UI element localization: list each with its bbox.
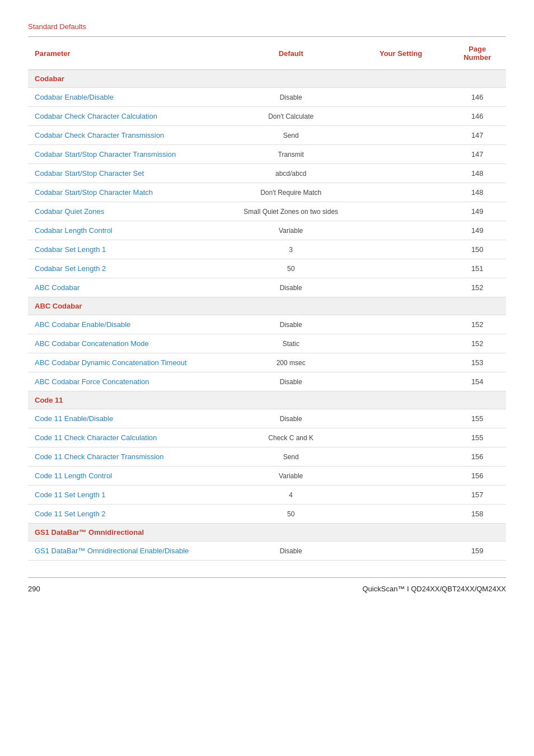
param-cell: ABC Codabar Force Concatenation — [28, 372, 229, 391]
page-cell: 152 — [449, 278, 507, 297]
table-row: Codabar Check Character TransmissionSend… — [28, 126, 506, 145]
table-row: Code 11 Set Length 14157 — [28, 486, 506, 505]
param-cell: Codabar Check Character Calculation — [28, 107, 229, 126]
page-cell: 146 — [449, 88, 507, 107]
table-row: Codabar Set Length 250151 — [28, 259, 506, 278]
param-cell: Codabar Quiet Zones — [28, 202, 229, 221]
setting-cell — [353, 259, 449, 278]
setting-cell — [353, 428, 449, 447]
page-cell: 156 — [449, 447, 507, 466]
setting-cell — [353, 409, 449, 428]
param-cell: Code 11 Length Control — [28, 466, 229, 486]
section-header-row: GS1 DataBar™ Omnidirectional — [28, 524, 506, 542]
section-header-label: Codabar — [28, 70, 506, 88]
default-cell: Don't Require Match — [229, 183, 353, 202]
default-cell: Static — [229, 334, 353, 353]
default-cell: Disable — [229, 542, 353, 561]
setting-cell — [353, 372, 449, 391]
footer-product-name: QuickScan™ I QD24XX/QBT24XX/QM24XX — [363, 585, 507, 593]
page-cell: 152 — [449, 315, 507, 334]
table-row: Code 11 Length ControlVariable156 — [28, 466, 506, 486]
setting-cell — [353, 145, 449, 164]
default-cell: Small Quiet Zones on two sides — [229, 202, 353, 221]
standard-defaults-link[interactable]: Standard Defaults — [28, 22, 506, 31]
default-cell: Disable — [229, 88, 353, 107]
section-header-label: Code 11 — [28, 391, 506, 409]
default-cell: 200 msec — [229, 353, 353, 372]
default-cell: 50 — [229, 259, 353, 278]
default-cell: 3 — [229, 240, 353, 259]
table-row: ABC Codabar Enable/DisableDisable152 — [28, 315, 506, 334]
table-row: Codabar Start/Stop Character MatchDon't … — [28, 183, 506, 202]
page-cell: 147 — [449, 126, 507, 145]
setting-cell — [353, 447, 449, 466]
col-header-page-number: Page Number — [449, 37, 507, 70]
param-cell: Codabar Length Control — [28, 221, 229, 240]
default-cell: Disable — [229, 372, 353, 391]
setting-cell — [353, 88, 449, 107]
param-cell: Codabar Enable/Disable — [28, 88, 229, 107]
setting-cell — [353, 240, 449, 259]
table-body: CodabarCodabar Enable/DisableDisable146C… — [28, 70, 506, 561]
setting-cell — [353, 126, 449, 145]
setting-cell — [353, 542, 449, 561]
table-row: Code 11 Enable/DisableDisable155 — [28, 409, 506, 428]
param-cell: Codabar Check Character Transmission — [28, 126, 229, 145]
page-cell: 154 — [449, 372, 507, 391]
default-cell: Send — [229, 126, 353, 145]
default-cell: abcd/abcd — [229, 164, 353, 183]
table-row: Codabar Start/Stop Character Setabcd/abc… — [28, 164, 506, 183]
page-cell: 148 — [449, 183, 507, 202]
table-row: Codabar Set Length 13150 — [28, 240, 506, 259]
section-header-label: GS1 DataBar™ Omnidirectional — [28, 524, 506, 542]
setting-cell — [353, 505, 449, 524]
setting-cell — [353, 107, 449, 126]
page-cell: 146 — [449, 107, 507, 126]
param-cell: Codabar Start/Stop Character Match — [28, 183, 229, 202]
page-cell: 159 — [449, 542, 507, 561]
param-cell: ABC Codabar Enable/Disable — [28, 315, 229, 334]
setting-cell — [353, 183, 449, 202]
table-row: ABC Codabar Concatenation ModeStatic152 — [28, 334, 506, 353]
page-cell: 148 — [449, 164, 507, 183]
setting-cell — [353, 278, 449, 297]
default-cell: Check C and K — [229, 428, 353, 447]
table-row: Codabar Enable/DisableDisable146 — [28, 88, 506, 107]
setting-cell — [353, 353, 449, 372]
col-header-parameter: Parameter — [28, 37, 229, 70]
param-cell: ABC Codabar — [28, 278, 229, 297]
section-header-row: Code 11 — [28, 391, 506, 409]
setting-cell — [353, 334, 449, 353]
param-cell: Code 11 Check Character Transmission — [28, 447, 229, 466]
page-cell: 155 — [449, 428, 507, 447]
table-row: Codabar Start/Stop Character Transmissio… — [28, 145, 506, 164]
table-row: Codabar Quiet ZonesSmall Quiet Zones on … — [28, 202, 506, 221]
table-row: GS1 DataBar™ Omnidirectional Enable/Disa… — [28, 542, 506, 561]
setting-cell — [353, 315, 449, 334]
param-cell: Code 11 Enable/Disable — [28, 409, 229, 428]
col-header-your-setting: Your Setting — [353, 37, 449, 70]
page-cell: 152 — [449, 334, 507, 353]
page-cell: 149 — [449, 202, 507, 221]
setting-cell — [353, 164, 449, 183]
default-cell: 4 — [229, 486, 353, 505]
page-cell: 156 — [449, 466, 507, 486]
footer-page-number: 290 — [28, 585, 40, 593]
page-cell: 150 — [449, 240, 507, 259]
page-cell: 155 — [449, 409, 507, 428]
default-cell: Disable — [229, 409, 353, 428]
table-row: Code 11 Check Character CalculationCheck… — [28, 428, 506, 447]
page-cell: 151 — [449, 259, 507, 278]
setting-cell — [353, 486, 449, 505]
default-cell: Send — [229, 447, 353, 466]
setting-cell — [353, 466, 449, 486]
page-cell: 149 — [449, 221, 507, 240]
param-cell: Code 11 Check Character Calculation — [28, 428, 229, 447]
page-cell: 153 — [449, 353, 507, 372]
page-cell: 157 — [449, 486, 507, 505]
param-cell: ABC Codabar Dynamic Concatenation Timeou… — [28, 353, 229, 372]
page-cell: 158 — [449, 505, 507, 524]
table-header-row: Parameter Default Your Setting Page Numb… — [28, 37, 506, 70]
default-cell: Disable — [229, 278, 353, 297]
default-cell: Variable — [229, 466, 353, 486]
